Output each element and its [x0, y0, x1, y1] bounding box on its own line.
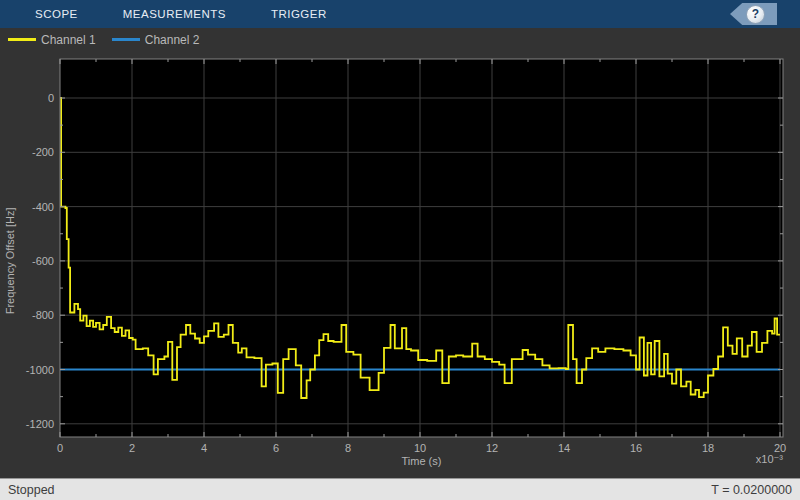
tab-trigger[interactable]: TRIGGER: [271, 8, 327, 20]
x-tick-label: 16: [630, 442, 642, 454]
x-tick-label: 10: [414, 442, 426, 454]
channel-1-color-swatch: [8, 38, 36, 41]
legend-label: Channel 2: [145, 33, 200, 47]
y-tick-label: -1200: [26, 418, 54, 430]
x-tick-label: 8: [345, 442, 351, 454]
legend-item-channel-2[interactable]: Channel 2: [112, 33, 200, 47]
legend-label: Channel 1: [41, 33, 96, 47]
help-icon: ?: [746, 5, 765, 24]
legend-item-channel-1[interactable]: Channel 1: [8, 33, 96, 47]
tab-scope[interactable]: SCOPE: [35, 8, 78, 20]
toolbar-tabs: SCOPE MEASUREMENTS TRIGGER: [0, 8, 327, 20]
x-axis-multiplier: x10⁻³: [756, 453, 784, 465]
y-tick-label: 0: [48, 92, 54, 104]
x-axis-label: Time (s): [402, 455, 442, 467]
plot-background: [60, 59, 783, 437]
y-tick-label: -400: [32, 201, 54, 213]
y-tick-label: -800: [32, 309, 54, 321]
tab-measurements[interactable]: MEASUREMENTS: [123, 8, 226, 20]
y-tick-label: -200: [32, 146, 54, 158]
waveform-chart[interactable]: 024681012141618200-200-400-600-800-1000-…: [0, 46, 800, 478]
x-tick-label: 4: [201, 442, 207, 454]
y-axis-label: Frequency Offset [Hz]: [4, 208, 16, 315]
y-tick-label: -1000: [26, 364, 54, 376]
help-button[interactable]: ?: [730, 3, 777, 25]
toolbar: SCOPE MEASUREMENTS TRIGGER ?: [0, 0, 800, 28]
x-tick-label: 14: [558, 442, 570, 454]
simulation-status: Stopped: [0, 483, 55, 497]
x-tick-label: 18: [702, 442, 714, 454]
channel-2-color-swatch: [112, 38, 140, 41]
simulation-time: T = 0.0200000: [711, 483, 800, 497]
x-tick-label: 6: [273, 442, 279, 454]
x-tick-label: 0: [57, 442, 63, 454]
x-tick-label: 2: [129, 442, 135, 454]
x-tick-label: 12: [486, 442, 498, 454]
y-tick-label: -600: [32, 255, 54, 267]
status-bar: Stopped T = 0.0200000: [0, 478, 800, 500]
